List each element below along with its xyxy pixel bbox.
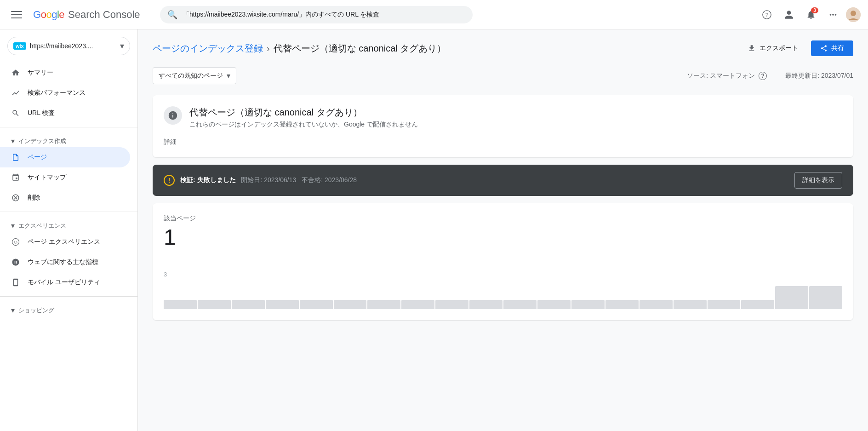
sidebar: wix https://maiibee2023.... ▾ サマリー 検索パフォ… (0, 29, 138, 431)
app-title: Search Console (68, 9, 140, 21)
sitemap-label: サイトマップ (28, 173, 66, 182)
details-link[interactable]: 詳細 (164, 138, 177, 146)
avatar[interactable] (846, 7, 861, 22)
chart-bar (708, 300, 741, 309)
mobile-usability-label: モバイル ユーザビリティ (28, 278, 100, 287)
svg-point-6 (17, 241, 17, 242)
export-button[interactable]: エクスポート (740, 40, 805, 56)
sidebar-item-page-experience[interactable]: ページ エクスペリエンス (0, 232, 130, 252)
chart-bar (198, 300, 231, 309)
chevron-down-icon: ▾ (120, 41, 124, 51)
info-card: 代替ページ（適切な canonical タグあり） これらのページはインデックス… (153, 95, 853, 157)
share-button[interactable]: 共有 (811, 40, 853, 56)
site-selector[interactable]: wix https://maiibee2023.... ▾ (7, 37, 130, 55)
chart-label: 3 (164, 271, 842, 278)
chart-bar (809, 286, 842, 309)
export-label: エクスポート (760, 44, 798, 52)
shopping-section-header[interactable]: ▾ ショッピング (0, 300, 137, 316)
summary-label: サマリー (28, 69, 53, 77)
sidebar-item-mobile-usability[interactable]: モバイル ユーザビリティ (0, 272, 130, 293)
chart-bar (300, 300, 333, 309)
web-vitals-icon (11, 258, 20, 267)
source-info-container: ソース: スマートフォン ? 最終更新日: 2023/07/01 (687, 72, 853, 80)
logo-container: Google Search Console (33, 9, 140, 21)
account-button[interactable] (780, 6, 798, 24)
source-info: ソース: スマートフォン ? (687, 72, 767, 80)
main-content: ページのインデックス登録 › 代替ページ（適切な canonical タグあり）… (138, 29, 868, 431)
chart-bar (266, 300, 299, 309)
header-left: Google Search Console (7, 6, 145, 24)
notification-badge: 3 (811, 7, 818, 13)
experience-section-label: エクスペリエンス (18, 222, 66, 230)
divider (0, 127, 137, 127)
experience-section-header[interactable]: ▾ エクスペリエンス (0, 216, 137, 232)
chart-bar (469, 300, 503, 309)
svg-point-3 (851, 11, 856, 16)
home-icon (11, 68, 20, 77)
svg-text:?: ? (765, 11, 769, 18)
warning-icon: ! (164, 175, 175, 186)
chart-bar (401, 300, 434, 309)
notifications-button[interactable]: 3 (802, 6, 820, 24)
detail-show-button[interactable]: 詳細を表示 (794, 172, 842, 189)
delete-label: 削除 (28, 194, 40, 202)
index-section-header[interactable]: ▾ インデックス作成 (0, 131, 137, 147)
chart-bar (537, 300, 571, 309)
chart-bar (435, 300, 468, 309)
search-icon: 🔍 (167, 10, 177, 20)
sidebar-item-sitemap[interactable]: サイトマップ (0, 167, 130, 188)
chevron-icon-2: ▾ (11, 221, 15, 230)
sidebar-item-url-inspection[interactable]: URL 検査 (0, 103, 130, 123)
top-header: Google Search Console 🔍 「https://maiibee… (0, 0, 868, 29)
page-actions: エクスポート 共有 (740, 40, 853, 56)
chart-bar (741, 300, 774, 309)
help-button[interactable]: ? (758, 6, 776, 24)
pages-icon (11, 153, 20, 162)
page-experience-icon (11, 237, 20, 247)
delete-icon (11, 193, 20, 202)
filter-label: すべての既知のページ (159, 72, 223, 80)
google-logo: Google (33, 9, 64, 21)
performance-icon (11, 88, 20, 98)
url-inspection-label: URL 検査 (28, 109, 55, 117)
source-help-icon[interactable]: ? (759, 72, 767, 80)
filter-dropdown[interactable]: すべての既知のページ ▾ (153, 67, 236, 84)
info-card-header: 代替ページ（適切な canonical タグあり） これらのページはインデックス… (164, 106, 842, 129)
verification-banner: ! 検証: 失敗しました 開始日: 2023/06/13 不合格: 2023/0… (153, 165, 853, 196)
stats-label: 該当ページ (164, 214, 842, 223)
sidebar-item-web-vitals[interactable]: ウェブに関する主な指標 (0, 252, 130, 272)
breadcrumb-separator: › (267, 43, 270, 54)
apps-button[interactable] (824, 6, 842, 24)
sidebar-item-pages[interactable]: ページ (0, 147, 130, 167)
breadcrumb-current: 代替ページ（適切な canonical タグあり） (274, 42, 446, 55)
status-label: 検証: 失敗しました (180, 176, 236, 184)
stats-number: 1 (164, 226, 842, 248)
sidebar-item-summary[interactable]: サマリー (0, 63, 130, 83)
chart-bar (674, 300, 707, 309)
chart-area: 3 (164, 256, 842, 309)
search-bar-text: 「https://maiibee2023.wixsite.com/maru/」内… (183, 11, 379, 19)
sidebar-item-performance[interactable]: 検索パフォーマンス (0, 83, 130, 103)
mobile-icon (11, 278, 20, 287)
page-header: ページのインデックス登録 › 代替ページ（適切な canonical タグあり）… (153, 40, 853, 56)
source-label: ソース: スマートフォン (687, 72, 755, 80)
sidebar-item-delete[interactable]: 削除 (0, 188, 130, 208)
filter-chevron-icon: ▾ (227, 71, 230, 80)
card-title: 代替ページ（適切な canonical タグあり） (189, 106, 418, 119)
search-bar[interactable]: 🔍 「https://maiibee2023.wixsite.com/maru/… (160, 6, 473, 23)
wix-badge: wix (13, 42, 26, 50)
site-url: https://maiibee2023.... (30, 42, 116, 50)
stats-card: 該当ページ 1 3 (153, 203, 853, 320)
search-icon (11, 109, 20, 118)
chart-bar (775, 286, 808, 309)
chevron-icon: ▾ (11, 137, 15, 145)
breadcrumb-parent[interactable]: ページのインデックス登録 (153, 42, 263, 55)
chevron-icon-3: ▾ (11, 306, 15, 315)
header-icons: ? 3 (758, 6, 861, 24)
sitemap-icon (11, 173, 20, 182)
banner-left: ! 検証: 失敗しました 開始日: 2023/06/13 不合格: 2023/0… (164, 175, 357, 186)
menu-button[interactable] (7, 6, 26, 24)
index-section-label: インデックス作成 (18, 137, 66, 145)
svg-point-4 (12, 239, 19, 246)
svg-point-5 (14, 241, 15, 242)
